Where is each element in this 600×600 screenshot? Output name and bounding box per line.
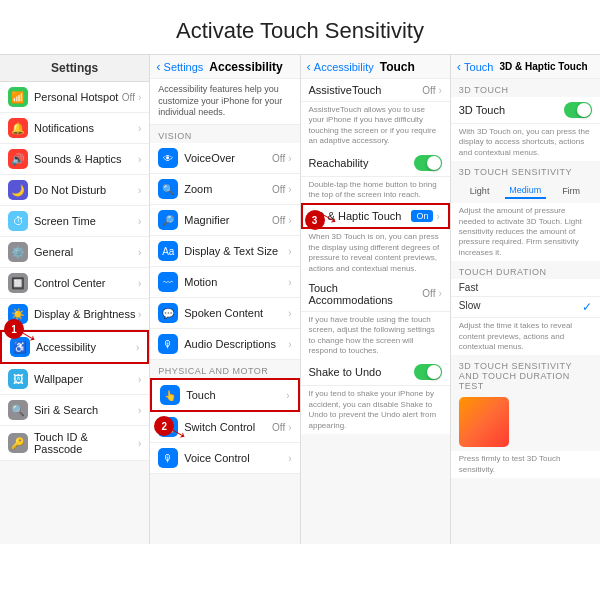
acc-icon-0-6: 🎙 bbox=[158, 334, 178, 354]
accessibility-item-0-6[interactable]: 🎙 Audio Descriptions › bbox=[150, 329, 299, 360]
settings-item-0[interactable]: 📶 Personal Hotspot Off › bbox=[0, 82, 149, 113]
settings-chevron-5: › bbox=[138, 247, 141, 258]
settings-label-0: Personal Hotspot bbox=[34, 91, 122, 103]
settings-icon-6: 🔲 bbox=[8, 273, 28, 293]
touch-value-0: Off bbox=[422, 85, 435, 96]
touch-item-2[interactable]: 3D & Haptic Touch On › bbox=[301, 203, 450, 229]
settings-label-3: Do Not Disturb bbox=[34, 184, 138, 196]
back-label-2[interactable]: Settings bbox=[164, 61, 204, 73]
settings-chevron-11: › bbox=[138, 438, 141, 449]
acc-label-1-0: Touch bbox=[186, 389, 286, 401]
speed-check-1: ✓ bbox=[582, 300, 592, 314]
acc-icon-0-0: 👁 bbox=[158, 148, 178, 168]
settings-item-10[interactable]: 🔍 Siri & Search › bbox=[0, 395, 149, 426]
acc-label-0-5: Spoken Content bbox=[184, 307, 288, 319]
sensitivity-option-2[interactable]: Firm bbox=[550, 184, 592, 198]
touch-desc-1: Double-tap the home button to bring the … bbox=[301, 177, 450, 204]
panels-container: Settings 📶 Personal Hotspot Off › 🔔 Noti… bbox=[0, 54, 600, 544]
settings-chevron-7: › bbox=[138, 309, 141, 320]
accessibility-item-0-4[interactable]: 〰 Motion › bbox=[150, 267, 299, 298]
settings-icon-5: ⚙️ bbox=[8, 242, 28, 262]
settings-item-5[interactable]: ⚙️ General › bbox=[0, 237, 149, 268]
touch-desc-2: When 3D Touch is on, you can press the d… bbox=[301, 229, 450, 277]
sensitivity-option-1[interactable]: Medium bbox=[505, 183, 547, 199]
back-arrow-2[interactable]: ‹ bbox=[156, 59, 160, 74]
acc-value-1-1: Off bbox=[272, 422, 285, 433]
settings-label-4: Screen Time bbox=[34, 215, 138, 227]
settings-chevron-10: › bbox=[138, 405, 141, 416]
back-label-3[interactable]: Accessibility bbox=[314, 61, 374, 73]
back-arrow-3[interactable]: ‹ bbox=[307, 59, 311, 74]
back-arrow-4[interactable]: ‹ bbox=[457, 59, 461, 74]
settings-item-9[interactable]: 🖼 Wallpaper › bbox=[0, 364, 149, 395]
settings-item-7[interactable]: ☀️ Display & Brightness › bbox=[0, 299, 149, 330]
touch-item-0[interactable]: AssistiveTouch Off › bbox=[301, 79, 450, 102]
settings-icon-8: ♿ bbox=[10, 337, 30, 357]
touch-label-0: AssistiveTouch bbox=[309, 84, 423, 96]
settings-label-11: Touch ID & Passcode bbox=[34, 431, 138, 455]
acc-label-1-2: Voice Control bbox=[184, 452, 288, 464]
speed-row-0[interactable]: Fast bbox=[451, 279, 600, 297]
accessibility-item-1-2[interactable]: 🎙 Voice Control › bbox=[150, 443, 299, 474]
sensitivity-option-0[interactable]: Light bbox=[459, 184, 501, 198]
settings-label-10: Siri & Search bbox=[34, 404, 138, 416]
settings-chevron-2: › bbox=[138, 154, 141, 165]
settings-header: Settings bbox=[0, 55, 149, 82]
acc-icon-0-3: Aa bbox=[158, 241, 178, 261]
settings-list: 📶 Personal Hotspot Off › 🔔 Notifications… bbox=[0, 82, 149, 461]
settings-item-8[interactable]: ♿ Accessibility › bbox=[0, 330, 149, 364]
acc-icon-0-2: 🔎 bbox=[158, 210, 178, 230]
settings-icon-1: 🔔 bbox=[8, 118, 28, 138]
settings-item-2[interactable]: 🔊 Sounds & Haptics › bbox=[0, 144, 149, 175]
acc-chevron-0-5: › bbox=[288, 308, 291, 319]
touch-item-4[interactable]: Shake to Undo bbox=[301, 359, 450, 386]
settings-chevron-8: › bbox=[136, 342, 139, 353]
settings-label-9: Wallpaper bbox=[34, 373, 138, 385]
acc-value-0-2: Off bbox=[272, 215, 285, 226]
section-header-0: VISION bbox=[150, 125, 299, 143]
haptic-toggle-0-0[interactable] bbox=[564, 102, 592, 118]
touch-item-3[interactable]: Touch Accommodations Off › bbox=[301, 277, 450, 312]
haptic-section-2: TOUCH DURATION bbox=[451, 261, 600, 279]
section-header-1: PHYSICAL AND MOTOR bbox=[150, 360, 299, 378]
settings-item-4[interactable]: ⏱ Screen Time › bbox=[0, 206, 149, 237]
accessibility-item-1-0[interactable]: 👆 Touch › bbox=[150, 378, 299, 412]
touch-on-badge-2: On bbox=[411, 210, 433, 222]
settings-item-1[interactable]: 🔔 Notifications › bbox=[0, 113, 149, 144]
touch-label-4: Shake to Undo bbox=[309, 366, 414, 378]
accessibility-item-1-1[interactable]: 🔄 Switch Control Off › bbox=[150, 412, 299, 443]
speed-label-0: Fast bbox=[459, 282, 478, 293]
haptic-section-0: 3D TOUCH bbox=[451, 79, 600, 97]
speed-row-1[interactable]: Slow ✓ bbox=[451, 297, 600, 318]
settings-icon-2: 🔊 bbox=[8, 149, 28, 169]
accessibility-item-0-2[interactable]: 🔎 Magnifier Off › bbox=[150, 205, 299, 236]
touch-item-1[interactable]: Reachability bbox=[301, 150, 450, 177]
acc-label-0-1: Zoom bbox=[184, 183, 272, 195]
acc-chevron-1-2: › bbox=[288, 453, 291, 464]
touch-toggle-4[interactable] bbox=[414, 364, 442, 380]
settings-chevron-9: › bbox=[138, 374, 141, 385]
page-title: Activate Touch Sensitivity bbox=[0, 0, 600, 54]
acc-label-1-1: Switch Control bbox=[184, 421, 272, 433]
accessibility-item-0-5[interactable]: 💬 Spoken Content › bbox=[150, 298, 299, 329]
settings-item-3[interactable]: 🌙 Do Not Disturb › bbox=[0, 175, 149, 206]
settings-label-2: Sounds & Haptics bbox=[34, 153, 138, 165]
settings-value-0: Off bbox=[122, 92, 135, 103]
settings-item-11[interactable]: 🔑 Touch ID & Passcode › bbox=[0, 426, 149, 461]
touch-chevron-2: › bbox=[436, 211, 439, 222]
accessibility-item-0-1[interactable]: 🔍 Zoom Off › bbox=[150, 174, 299, 205]
settings-panel: Settings 📶 Personal Hotspot Off › 🔔 Noti… bbox=[0, 55, 150, 544]
settings-chevron-0: › bbox=[138, 92, 141, 103]
haptic-item-0-0[interactable]: 3D Touch bbox=[451, 97, 600, 124]
settings-label-5: General bbox=[34, 246, 138, 258]
haptic-desc-1: Adjust the amount of pressure needed to … bbox=[451, 203, 600, 261]
settings-item-6[interactable]: 🔲 Control Center › bbox=[0, 268, 149, 299]
touch-toggle-1[interactable] bbox=[414, 155, 442, 171]
acc-label-0-2: Magnifier bbox=[184, 214, 272, 226]
touch-label-3: Touch Accommodations bbox=[309, 282, 423, 306]
accessibility-list: VISION 👁 VoiceOver Off › 🔍 Zoom Off › 🔎 … bbox=[150, 125, 299, 474]
touch-desc-4: If you tend to shake your iPhone by acci… bbox=[301, 386, 450, 434]
accessibility-item-0-3[interactable]: Aa Display & Text Size › bbox=[150, 236, 299, 267]
back-label-4[interactable]: Touch bbox=[464, 61, 493, 73]
accessibility-item-0-0[interactable]: 👁 VoiceOver Off › bbox=[150, 143, 299, 174]
